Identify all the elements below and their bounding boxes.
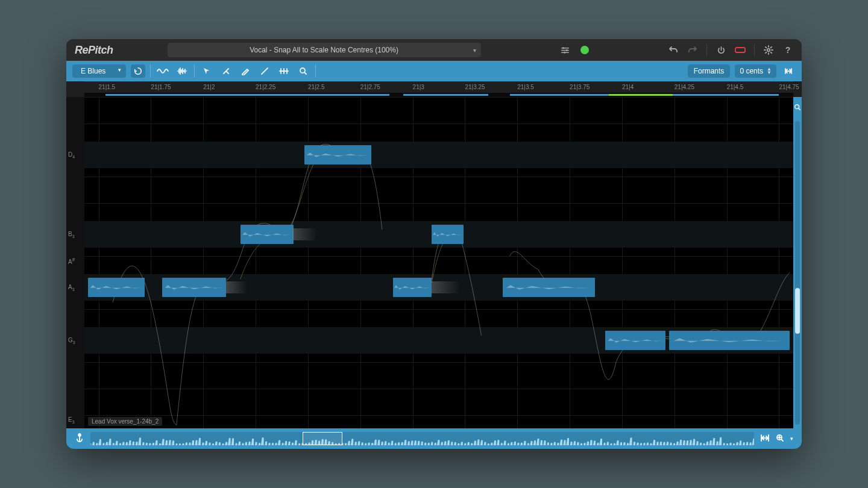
note-block[interactable]: [304, 145, 372, 164]
ruler-tick: 21|1.75: [151, 84, 171, 90]
ruler-tick: 21|2.25: [256, 84, 275, 90]
ruler-tick: 21|3: [413, 84, 424, 90]
note-block[interactable]: [669, 331, 790, 350]
preset-label: Vocal - Snap All to Scale Note Centres (…: [250, 46, 398, 54]
wave-tool-icon[interactable]: [156, 64, 170, 78]
topbar: RePitch Vocal - Snap All to Scale Note C…: [66, 39, 802, 61]
note-block[interactable]: [393, 278, 432, 297]
note-width-icon[interactable]: [781, 64, 796, 78]
preset-selector[interactable]: Vocal - Snap All to Scale Note Centres (…: [168, 43, 481, 57]
arrow-tool-icon[interactable]: [200, 64, 214, 78]
pitch-editor[interactable]: D4B3A#A3G3E3 Lead Vox verse_1-24b_2: [66, 97, 793, 428]
note-block[interactable]: [503, 278, 595, 297]
settings-sliders-icon[interactable]: [560, 45, 571, 55]
note-tail: [226, 281, 247, 293]
draw-line-tool-icon[interactable]: [257, 64, 272, 78]
slice-tool-icon[interactable]: [219, 64, 233, 78]
footer: ▾: [66, 428, 802, 449]
help-icon[interactable]: ?: [782, 45, 793, 55]
chevron-down-icon: ▾: [118, 67, 121, 73]
note-block[interactable]: [88, 278, 145, 297]
gear-icon[interactable]: [763, 45, 774, 55]
app-logo: RePitch: [75, 44, 113, 57]
ruler-tick: 21|2: [203, 84, 215, 90]
auto-detect-scale-icon[interactable]: [131, 64, 145, 78]
ruler-tick: 21|2.5: [308, 84, 325, 90]
vertical-scrollbar[interactable]: [795, 121, 800, 425]
svg-rect-3: [735, 48, 745, 52]
ruler-tick: 21|2.75: [360, 84, 380, 90]
ruler-tick: 21|3.5: [517, 84, 534, 90]
cents-value: 0 cents: [740, 67, 763, 75]
pitch-label-E3: E3: [68, 416, 75, 424]
time-ruler[interactable]: 21|1.521|1.7521|221|2.2521|2.521|2.7521|…: [84, 81, 793, 93]
zoom-in-icon[interactable]: [776, 434, 784, 444]
pitch-label-A#3: A#: [68, 257, 75, 265]
zoom-menu-icon[interactable]: ▾: [790, 436, 793, 442]
status-ok-icon: [580, 46, 589, 54]
waveform-overview[interactable]: [90, 432, 754, 445]
chevron-down-icon: ▾: [473, 47, 476, 54]
zoom-tool-icon[interactable]: [296, 64, 310, 78]
svg-point-4: [767, 49, 770, 51]
note-block[interactable]: [605, 331, 665, 350]
cents-stepper[interactable]: 0 cents ▲▼: [735, 64, 776, 78]
redo-icon[interactable]: [687, 45, 698, 55]
fit-horizontal-icon[interactable]: [760, 434, 770, 444]
overview-selection[interactable]: [303, 432, 342, 445]
ruler-tick: 21|4: [622, 84, 634, 90]
pitch-label-A3: A3: [68, 284, 75, 292]
ara-link-icon[interactable]: [735, 45, 746, 55]
ruler-tick: 21|3.75: [570, 84, 590, 90]
ruler-tick: 21|4.75: [779, 84, 799, 90]
anchor-icon[interactable]: [75, 433, 84, 445]
toolbar: E Blues ▾ Formants 0 cents ▲▼: [66, 61, 802, 81]
app-window: RePitch Vocal - Snap All to Scale Note C…: [66, 39, 802, 449]
ruler-tick: 21|4.25: [675, 84, 694, 90]
note-tail: [292, 228, 317, 240]
scale-selector[interactable]: E Blues ▾: [72, 64, 126, 78]
undo-icon[interactable]: [668, 45, 679, 55]
pitch-label-D4: D4: [68, 151, 75, 159]
note-block[interactable]: [241, 225, 294, 244]
scale-label: E Blues: [81, 67, 105, 75]
pitch-axis: D4B3A#A3G3E3: [66, 97, 84, 428]
svg-point-2: [564, 51, 565, 53]
note-block[interactable]: [432, 225, 464, 244]
svg-point-0: [563, 47, 565, 49]
power-icon[interactable]: [715, 45, 726, 55]
zoom-vertical-icon[interactable]: [790, 101, 802, 114]
stepper-arrows-icon[interactable]: ▲▼: [767, 67, 772, 75]
clip-name-label: Lead Vox verse_1-24b_2: [88, 417, 162, 426]
editor-canvas[interactable]: Lead Vox verse_1-24b_2: [84, 97, 793, 428]
vertical-zoom-strip[interactable]: [793, 97, 802, 428]
ruler-tick: 21|4.5: [727, 84, 744, 90]
ruler-tick: 21|1.5: [99, 84, 116, 90]
pencil-tool-icon[interactable]: [238, 64, 253, 78]
svg-point-1: [566, 49, 568, 51]
pitch-label-B3: B3: [68, 231, 75, 239]
formants-button[interactable]: Formants: [688, 64, 731, 78]
pitch-label-G3: G3: [68, 337, 75, 345]
waveform-tool-icon[interactable]: [175, 64, 189, 78]
note-tail: [432, 281, 460, 293]
ruler-tick: 21|3.25: [465, 84, 485, 90]
warp-tool-icon[interactable]: [277, 64, 291, 78]
note-block[interactable]: [162, 278, 226, 297]
